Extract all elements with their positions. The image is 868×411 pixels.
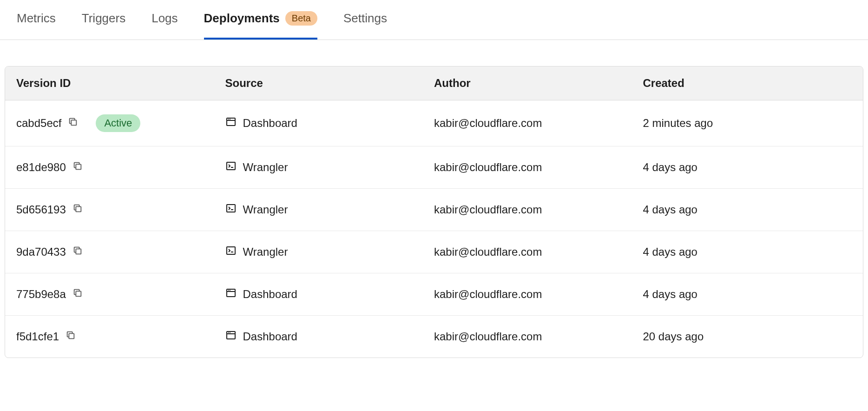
- copy-icon[interactable]: [72, 245, 83, 259]
- version-id: 5d656193: [16, 203, 66, 216]
- beta-badge: Beta: [285, 11, 317, 26]
- tab-label: Logs: [151, 11, 178, 26]
- th-created: Created: [643, 77, 852, 90]
- svg-rect-0: [72, 120, 77, 125]
- cell-version: cabd5ecfActive: [16, 114, 225, 132]
- svg-rect-5: [76, 164, 81, 169]
- cell-created: 4 days ago: [643, 203, 852, 216]
- cell-created: 4 days ago: [643, 161, 852, 174]
- cell-created: 4 days ago: [643, 288, 852, 301]
- deployments-table: Version ID Source Author Created cabd5ec…: [5, 66, 863, 358]
- th-source: Source: [225, 77, 434, 90]
- terminal-icon: [225, 203, 237, 217]
- table-row[interactable]: f5d1cfe1Dashboardkabir@cloudflare.com20 …: [5, 316, 863, 358]
- table-header-row: Version ID Source Author Created: [5, 66, 863, 100]
- copy-icon[interactable]: [72, 288, 83, 301]
- copy-icon[interactable]: [72, 161, 83, 174]
- tab-triggers[interactable]: Triggers: [82, 0, 125, 40]
- table-row[interactable]: cabd5ecfActiveDashboardkabir@cloudflare.…: [5, 100, 863, 146]
- dashboard-icon: [225, 330, 237, 344]
- tab-settings[interactable]: Settings: [343, 0, 387, 40]
- cell-author: kabir@cloudflare.com: [434, 117, 643, 130]
- version-id: 775b9e8a: [16, 288, 66, 301]
- svg-rect-15: [227, 289, 235, 297]
- cell-source: Wrangler: [225, 160, 434, 174]
- cell-version: f5d1cfe1: [16, 330, 225, 343]
- terminal-icon: [225, 245, 237, 259]
- svg-rect-8: [76, 206, 81, 212]
- svg-rect-14: [76, 291, 81, 296]
- tab-label: Deployments: [204, 11, 280, 26]
- source-label: Dashboard: [243, 330, 297, 343]
- svg-rect-9: [227, 205, 235, 212]
- tab-logs[interactable]: Logs: [151, 0, 178, 40]
- cell-created: 4 days ago: [643, 245, 852, 259]
- dashboard-icon: [225, 287, 237, 301]
- cell-author: kabir@cloudflare.com: [434, 203, 643, 216]
- version-id: 9da70433: [16, 245, 66, 259]
- svg-rect-12: [227, 247, 235, 254]
- th-author: Author: [434, 77, 643, 90]
- cell-version: 9da70433: [16, 245, 225, 259]
- status-badge: Active: [96, 114, 140, 132]
- svg-rect-1: [227, 118, 235, 126]
- cell-version: 5d656193: [16, 203, 225, 216]
- tab-label: Triggers: [82, 11, 125, 26]
- cell-source: Dashboard: [225, 287, 434, 301]
- cell-source: Wrangler: [225, 245, 434, 259]
- cell-created: 2 minutes ago: [643, 117, 852, 130]
- svg-rect-19: [69, 333, 74, 338]
- version-id: e81de980: [16, 161, 66, 174]
- svg-rect-11: [76, 249, 81, 254]
- version-id: f5d1cfe1: [16, 330, 59, 343]
- cell-author: kabir@cloudflare.com: [434, 161, 643, 174]
- cell-author: kabir@cloudflare.com: [434, 330, 643, 343]
- table-row[interactable]: 5d656193Wranglerkabir@cloudflare.com4 da…: [5, 189, 863, 231]
- svg-rect-6: [227, 162, 235, 170]
- cell-source: Dashboard: [225, 116, 434, 130]
- tabs-nav: MetricsTriggersLogsDeploymentsBetaSettin…: [0, 0, 868, 40]
- tab-label: Metrics: [17, 11, 56, 26]
- terminal-icon: [225, 160, 237, 174]
- tab-deployments[interactable]: DeploymentsBeta: [204, 0, 317, 40]
- cell-author: kabir@cloudflare.com: [434, 245, 643, 259]
- source-label: Wrangler: [243, 161, 288, 174]
- tab-metrics[interactable]: Metrics: [17, 0, 56, 40]
- svg-rect-20: [227, 331, 235, 339]
- source-label: Dashboard: [243, 288, 297, 301]
- cell-source: Wrangler: [225, 203, 434, 217]
- copy-icon[interactable]: [66, 330, 76, 343]
- dashboard-icon: [225, 116, 237, 130]
- source-label: Dashboard: [243, 117, 297, 130]
- cell-source: Dashboard: [225, 330, 434, 344]
- cell-created: 20 days ago: [643, 330, 852, 343]
- tab-label: Settings: [343, 11, 387, 26]
- cell-version: 775b9e8a: [16, 288, 225, 301]
- cell-version: e81de980: [16, 161, 225, 174]
- source-label: Wrangler: [243, 245, 288, 259]
- copy-icon[interactable]: [72, 203, 83, 216]
- source-label: Wrangler: [243, 203, 288, 216]
- copy-icon[interactable]: [68, 117, 78, 130]
- table-row[interactable]: 9da70433Wranglerkabir@cloudflare.com4 da…: [5, 231, 863, 273]
- th-version: Version ID: [16, 77, 225, 90]
- table-row[interactable]: e81de980Wranglerkabir@cloudflare.com4 da…: [5, 146, 863, 189]
- version-id: cabd5ecf: [16, 117, 61, 130]
- table-row[interactable]: 775b9e8aDashboardkabir@cloudflare.com4 d…: [5, 273, 863, 316]
- cell-author: kabir@cloudflare.com: [434, 288, 643, 301]
